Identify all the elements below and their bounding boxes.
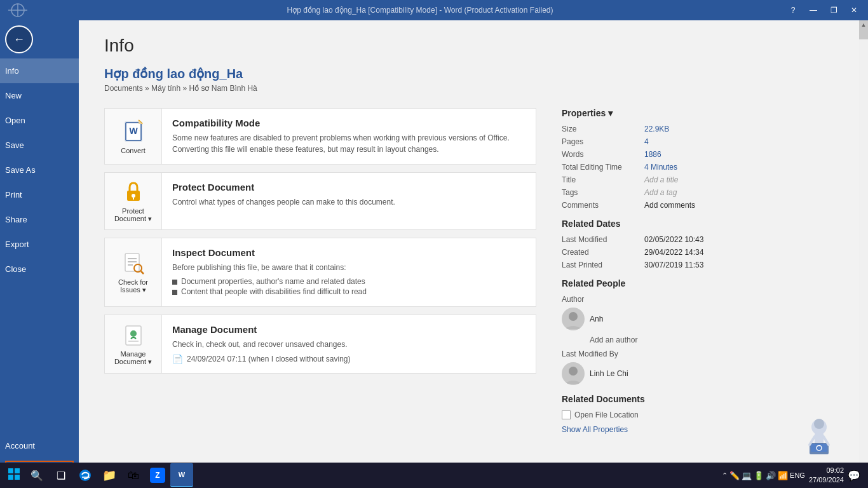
inspect-title: Inspect Document xyxy=(172,247,526,258)
protect-text: Protect Document Control what types of c… xyxy=(162,173,536,229)
sidebar-item-print[interactable]: Print xyxy=(0,182,79,207)
help-button[interactable]: ? xyxy=(784,1,802,19)
add-author-link[interactable]: Add an author xyxy=(590,336,829,344)
manage-icon-box[interactable]: ManageDocument ▾ xyxy=(105,315,162,373)
main-content: Info Hợp đồng lao động_Ha Documents » Má… xyxy=(79,20,868,488)
word-doc-icon: 📄 xyxy=(172,354,183,364)
sidebar-item-open[interactable]: Open xyxy=(0,108,79,133)
minimize-button[interactable]: — xyxy=(804,1,822,19)
search-button[interactable]: 🔍 xyxy=(25,464,48,487)
prop-printed-value: 30/07/2019 11:53 xyxy=(644,261,703,269)
bullet-sq-2 xyxy=(172,290,177,295)
svg-point-19 xyxy=(569,367,578,376)
sidebar-item-export[interactable]: Export xyxy=(0,232,79,257)
svg-point-16 xyxy=(130,330,137,337)
protect-title: Protect Document xyxy=(172,182,526,193)
brand-illustration xyxy=(790,408,848,465)
compatibility-section: W Convert Compatibility Mode Some new fe… xyxy=(104,108,536,165)
notification-button[interactable]: 💬 xyxy=(848,470,860,482)
manage-desc: Check in, check out, and recover unsaved… xyxy=(172,339,526,350)
explorer-button[interactable]: 📁 xyxy=(98,464,121,487)
zalo-button[interactable]: Z xyxy=(146,464,169,487)
author-label: Author xyxy=(562,295,644,304)
taskbar-clock[interactable]: 09:02 27/09/2024 xyxy=(809,466,844,485)
edge-button[interactable] xyxy=(74,464,97,487)
battery-icon: 🔋 xyxy=(754,471,764,480)
store-button[interactable]: 🛍 xyxy=(122,464,145,487)
left-column: W Convert Compatibility Mode Some new fe… xyxy=(104,108,536,434)
sidebar-item-info[interactable]: Info xyxy=(0,58,79,83)
back-button[interactable]: ← xyxy=(5,25,33,53)
author-name: Anh xyxy=(590,315,603,323)
protect-desc: Control what types of changes people can… xyxy=(172,196,526,208)
title-bar-controls: ? — ❐ ✕ xyxy=(784,1,863,19)
title-bar-text: Hợp đồng lao động_Ha [Compatibility Mode… xyxy=(56,6,784,15)
bullet-2: Content that people with disabilities fi… xyxy=(172,287,526,296)
sidebar-item-close[interactable]: Close xyxy=(0,257,79,281)
prop-comments-value[interactable]: Add comments xyxy=(644,201,695,210)
inspect-bullets: Document properties, author's name and r… xyxy=(172,277,526,296)
prop-title-label: Title xyxy=(562,175,644,184)
inspect-text: Inspect Document Before publishing this … xyxy=(162,238,536,306)
convert-icon: W xyxy=(121,119,146,144)
task-view-icon: ❑ xyxy=(57,470,65,482)
convert-icon-box[interactable]: W Convert xyxy=(105,109,162,164)
prop-editing-value[interactable]: 4 Minutes xyxy=(644,163,677,172)
prop-pages-label: Pages xyxy=(562,137,644,146)
open-file-link[interactable]: Open File Location xyxy=(574,410,639,419)
prop-words-value[interactable]: 1886 xyxy=(644,150,661,159)
word-button[interactable]: W xyxy=(170,464,193,487)
inspect-icon-box[interactable]: Check forIssues ▾ xyxy=(105,238,162,306)
prop-pages: Pages 4 xyxy=(562,137,829,146)
title-bar-left-icons xyxy=(5,3,56,18)
protect-icon-box[interactable]: ProtectDocument ▾ xyxy=(105,173,162,229)
task-view-button[interactable]: ❑ xyxy=(50,464,72,487)
search-icon: 🔍 xyxy=(31,470,43,482)
inspect-desc: Before publishing this file, be aware th… xyxy=(172,262,526,273)
sidebar-item-share[interactable]: Share xyxy=(0,207,79,232)
protect-section: ProtectDocument ▾ Protect Document Contr… xyxy=(104,172,536,230)
wifi-icon: 📶 xyxy=(778,471,788,480)
back-icon: ← xyxy=(13,33,25,46)
prop-pages-value[interactable]: 4 xyxy=(644,137,649,146)
lock-icon xyxy=(121,179,146,205)
start-button[interactable] xyxy=(3,464,25,487)
windows-icon xyxy=(8,468,20,482)
sidebar-item-save-as[interactable]: Save As xyxy=(0,158,79,182)
prop-last-modified-value: 02/05/2022 10:43 xyxy=(644,235,703,244)
prop-editing-label: Total Editing Time xyxy=(562,163,644,172)
up-arrow-icon[interactable]: ⌃ xyxy=(722,471,728,480)
sidebar-item-save[interactable]: Save xyxy=(0,133,79,158)
app-body: ← Info New Open Save Save As Print Share xyxy=(0,20,868,488)
content-inner: Info Hợp đồng lao động_Ha Documents » Má… xyxy=(79,20,854,449)
svg-point-7 xyxy=(132,194,135,198)
author-row: Anh xyxy=(562,308,829,330)
scrollbar-track[interactable]: ▲ ▼ xyxy=(859,20,868,488)
language-badge[interactable]: ENG xyxy=(790,471,805,479)
manage-label: ManageDocument ▾ xyxy=(114,350,152,366)
bullet-sq-1 xyxy=(172,280,177,285)
prop-title-value[interactable]: Add a title xyxy=(644,175,678,184)
last-modified-by-row: Linh Le Chi xyxy=(562,362,829,385)
prop-tags-value[interactable]: Add a tag xyxy=(644,188,677,197)
prop-size-value[interactable]: 22.9KB xyxy=(644,125,669,133)
sidebar-item-account[interactable]: Account xyxy=(0,433,79,458)
prop-title: Title Add a title xyxy=(562,175,829,184)
convert-text: Compatibility Mode Some new features are… xyxy=(162,109,536,164)
explorer-icon: 📁 xyxy=(102,468,116,482)
prop-printed: Last Printed 30/07/2019 11:53 xyxy=(562,261,829,269)
last-modified-by-row-label: Last Modified By xyxy=(562,349,829,358)
network-icon: 💻 xyxy=(742,471,752,480)
scroll-up-arrow[interactable]: ▲ xyxy=(859,20,868,29)
prop-comments: Comments Add comments xyxy=(562,201,829,210)
maximize-button[interactable]: ❐ xyxy=(825,1,843,19)
inspect-label: Check forIssues ▾ xyxy=(118,278,148,294)
taskbar-pinned-icons: 🔍 ❑ 📁 🛍 Z W xyxy=(25,464,193,487)
related-dates-header: Related Dates xyxy=(562,219,829,229)
properties-header[interactable]: Properties ▾ xyxy=(562,108,829,118)
close-button[interactable]: ✕ xyxy=(845,1,863,19)
prop-created-value: 29/04/2022 14:34 xyxy=(644,248,703,257)
sidebar-item-new[interactable]: New xyxy=(0,83,79,108)
prop-last-modified-label: Last Modified xyxy=(562,235,644,244)
svg-rect-30 xyxy=(8,475,13,480)
